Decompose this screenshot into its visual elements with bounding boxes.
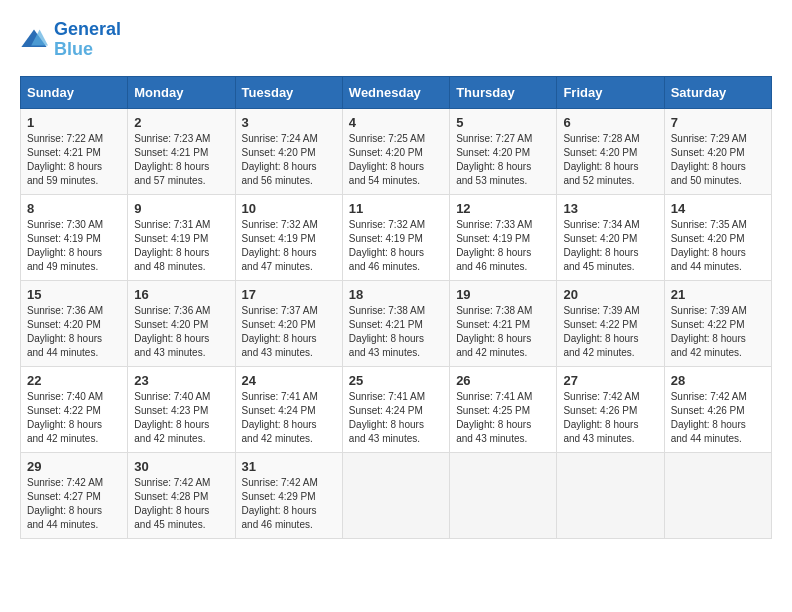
cell-info: Sunrise: 7:32 AM Sunset: 4:19 PM Dayligh… <box>349 218 443 274</box>
calendar-cell: 15 Sunrise: 7:36 AM Sunset: 4:20 PM Dayl… <box>21 280 128 366</box>
cell-info: Sunrise: 7:28 AM Sunset: 4:20 PM Dayligh… <box>563 132 657 188</box>
calendar-cell: 29 Sunrise: 7:42 AM Sunset: 4:27 PM Dayl… <box>21 452 128 538</box>
calendar-cell: 16 Sunrise: 7:36 AM Sunset: 4:20 PM Dayl… <box>128 280 235 366</box>
calendar-cell: 24 Sunrise: 7:41 AM Sunset: 4:24 PM Dayl… <box>235 366 342 452</box>
cell-info: Sunrise: 7:29 AM Sunset: 4:20 PM Dayligh… <box>671 132 765 188</box>
calendar-cell: 17 Sunrise: 7:37 AM Sunset: 4:20 PM Dayl… <box>235 280 342 366</box>
calendar-cell: 21 Sunrise: 7:39 AM Sunset: 4:22 PM Dayl… <box>664 280 771 366</box>
day-number: 4 <box>349 115 443 130</box>
day-number: 11 <box>349 201 443 216</box>
cell-info: Sunrise: 7:41 AM Sunset: 4:24 PM Dayligh… <box>349 390 443 446</box>
column-header-thursday: Thursday <box>450 76 557 108</box>
cell-info: Sunrise: 7:39 AM Sunset: 4:22 PM Dayligh… <box>671 304 765 360</box>
calendar-cell: 5 Sunrise: 7:27 AM Sunset: 4:20 PM Dayli… <box>450 108 557 194</box>
cell-info: Sunrise: 7:36 AM Sunset: 4:20 PM Dayligh… <box>134 304 228 360</box>
cell-info: Sunrise: 7:42 AM Sunset: 4:28 PM Dayligh… <box>134 476 228 532</box>
column-header-friday: Friday <box>557 76 664 108</box>
calendar-cell: 20 Sunrise: 7:39 AM Sunset: 4:22 PM Dayl… <box>557 280 664 366</box>
day-number: 31 <box>242 459 336 474</box>
day-number: 25 <box>349 373 443 388</box>
calendar-table: SundayMondayTuesdayWednesdayThursdayFrid… <box>20 76 772 539</box>
day-number: 17 <box>242 287 336 302</box>
cell-info: Sunrise: 7:27 AM Sunset: 4:20 PM Dayligh… <box>456 132 550 188</box>
calendar-cell: 7 Sunrise: 7:29 AM Sunset: 4:20 PM Dayli… <box>664 108 771 194</box>
page-header: GeneralBlue <box>20 20 772 60</box>
calendar-cell: 26 Sunrise: 7:41 AM Sunset: 4:25 PM Dayl… <box>450 366 557 452</box>
cell-info: Sunrise: 7:24 AM Sunset: 4:20 PM Dayligh… <box>242 132 336 188</box>
week-row-5: 29 Sunrise: 7:42 AM Sunset: 4:27 PM Dayl… <box>21 452 772 538</box>
cell-info: Sunrise: 7:35 AM Sunset: 4:20 PM Dayligh… <box>671 218 765 274</box>
day-number: 3 <box>242 115 336 130</box>
column-header-saturday: Saturday <box>664 76 771 108</box>
cell-info: Sunrise: 7:25 AM Sunset: 4:20 PM Dayligh… <box>349 132 443 188</box>
cell-info: Sunrise: 7:33 AM Sunset: 4:19 PM Dayligh… <box>456 218 550 274</box>
cell-info: Sunrise: 7:36 AM Sunset: 4:20 PM Dayligh… <box>27 304 121 360</box>
day-number: 13 <box>563 201 657 216</box>
day-number: 24 <box>242 373 336 388</box>
day-number: 8 <box>27 201 121 216</box>
calendar-cell: 11 Sunrise: 7:32 AM Sunset: 4:19 PM Dayl… <box>342 194 449 280</box>
cell-info: Sunrise: 7:23 AM Sunset: 4:21 PM Dayligh… <box>134 132 228 188</box>
calendar-cell: 1 Sunrise: 7:22 AM Sunset: 4:21 PM Dayli… <box>21 108 128 194</box>
logo: GeneralBlue <box>20 20 121 60</box>
calendar-cell: 25 Sunrise: 7:41 AM Sunset: 4:24 PM Dayl… <box>342 366 449 452</box>
day-number: 28 <box>671 373 765 388</box>
week-row-3: 15 Sunrise: 7:36 AM Sunset: 4:20 PM Dayl… <box>21 280 772 366</box>
column-header-wednesday: Wednesday <box>342 76 449 108</box>
calendar-cell: 23 Sunrise: 7:40 AM Sunset: 4:23 PM Dayl… <box>128 366 235 452</box>
calendar-cell: 28 Sunrise: 7:42 AM Sunset: 4:26 PM Dayl… <box>664 366 771 452</box>
day-number: 22 <box>27 373 121 388</box>
week-row-2: 8 Sunrise: 7:30 AM Sunset: 4:19 PM Dayli… <box>21 194 772 280</box>
calendar-cell: 9 Sunrise: 7:31 AM Sunset: 4:19 PM Dayli… <box>128 194 235 280</box>
day-number: 21 <box>671 287 765 302</box>
cell-info: Sunrise: 7:42 AM Sunset: 4:27 PM Dayligh… <box>27 476 121 532</box>
calendar-cell: 18 Sunrise: 7:38 AM Sunset: 4:21 PM Dayl… <box>342 280 449 366</box>
calendar-cell: 2 Sunrise: 7:23 AM Sunset: 4:21 PM Dayli… <box>128 108 235 194</box>
day-number: 12 <box>456 201 550 216</box>
day-number: 23 <box>134 373 228 388</box>
calendar-cell: 6 Sunrise: 7:28 AM Sunset: 4:20 PM Dayli… <box>557 108 664 194</box>
day-number: 7 <box>671 115 765 130</box>
day-number: 30 <box>134 459 228 474</box>
cell-info: Sunrise: 7:42 AM Sunset: 4:26 PM Dayligh… <box>671 390 765 446</box>
week-row-1: 1 Sunrise: 7:22 AM Sunset: 4:21 PM Dayli… <box>21 108 772 194</box>
calendar-cell: 10 Sunrise: 7:32 AM Sunset: 4:19 PM Dayl… <box>235 194 342 280</box>
calendar-cell: 12 Sunrise: 7:33 AM Sunset: 4:19 PM Dayl… <box>450 194 557 280</box>
cell-info: Sunrise: 7:37 AM Sunset: 4:20 PM Dayligh… <box>242 304 336 360</box>
day-number: 9 <box>134 201 228 216</box>
cell-info: Sunrise: 7:40 AM Sunset: 4:23 PM Dayligh… <box>134 390 228 446</box>
logo-icon <box>20 26 48 54</box>
day-number: 15 <box>27 287 121 302</box>
day-number: 14 <box>671 201 765 216</box>
day-number: 5 <box>456 115 550 130</box>
cell-info: Sunrise: 7:38 AM Sunset: 4:21 PM Dayligh… <box>349 304 443 360</box>
column-header-monday: Monday <box>128 76 235 108</box>
column-header-sunday: Sunday <box>21 76 128 108</box>
calendar-cell: 31 Sunrise: 7:42 AM Sunset: 4:29 PM Dayl… <box>235 452 342 538</box>
day-number: 16 <box>134 287 228 302</box>
cell-info: Sunrise: 7:41 AM Sunset: 4:24 PM Dayligh… <box>242 390 336 446</box>
cell-info: Sunrise: 7:40 AM Sunset: 4:22 PM Dayligh… <box>27 390 121 446</box>
week-row-4: 22 Sunrise: 7:40 AM Sunset: 4:22 PM Dayl… <box>21 366 772 452</box>
cell-info: Sunrise: 7:31 AM Sunset: 4:19 PM Dayligh… <box>134 218 228 274</box>
day-number: 26 <box>456 373 550 388</box>
calendar-cell: 13 Sunrise: 7:34 AM Sunset: 4:20 PM Dayl… <box>557 194 664 280</box>
calendar-cell: 19 Sunrise: 7:38 AM Sunset: 4:21 PM Dayl… <box>450 280 557 366</box>
calendar-cell <box>450 452 557 538</box>
cell-info: Sunrise: 7:38 AM Sunset: 4:21 PM Dayligh… <box>456 304 550 360</box>
day-number: 20 <box>563 287 657 302</box>
day-number: 10 <box>242 201 336 216</box>
logo-text: GeneralBlue <box>54 20 121 60</box>
calendar-cell <box>557 452 664 538</box>
cell-info: Sunrise: 7:42 AM Sunset: 4:26 PM Dayligh… <box>563 390 657 446</box>
cell-info: Sunrise: 7:22 AM Sunset: 4:21 PM Dayligh… <box>27 132 121 188</box>
column-header-tuesday: Tuesday <box>235 76 342 108</box>
cell-info: Sunrise: 7:30 AM Sunset: 4:19 PM Dayligh… <box>27 218 121 274</box>
day-number: 29 <box>27 459 121 474</box>
calendar-cell: 27 Sunrise: 7:42 AM Sunset: 4:26 PM Dayl… <box>557 366 664 452</box>
day-number: 1 <box>27 115 121 130</box>
calendar-cell: 3 Sunrise: 7:24 AM Sunset: 4:20 PM Dayli… <box>235 108 342 194</box>
calendar-cell <box>342 452 449 538</box>
calendar-cell: 30 Sunrise: 7:42 AM Sunset: 4:28 PM Dayl… <box>128 452 235 538</box>
calendar-cell: 14 Sunrise: 7:35 AM Sunset: 4:20 PM Dayl… <box>664 194 771 280</box>
